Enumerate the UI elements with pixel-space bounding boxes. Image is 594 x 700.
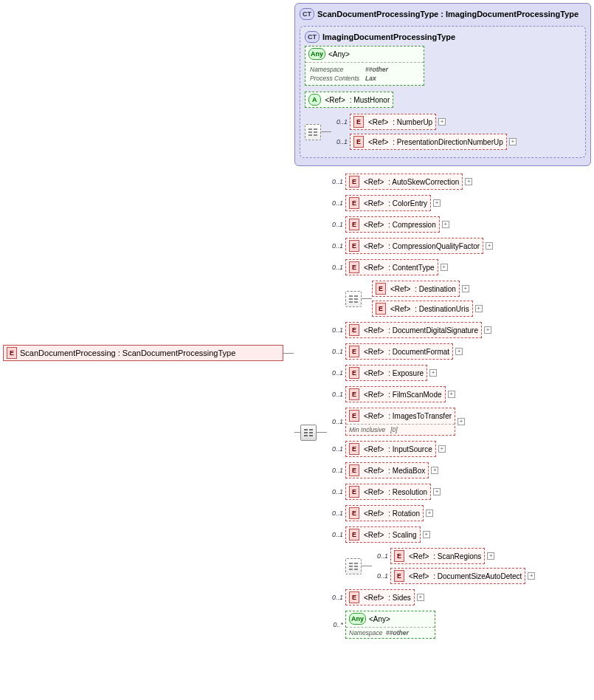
ref-compressionquality[interactable]: 0..1 E<Ref>: CompressionQualityFactor + [327, 238, 535, 254]
main-sequence-row: 0..1 E<Ref>: AutoSkewCorrection + 0..1 E… [294, 174, 591, 639]
ref-colorentry[interactable]: 0..1 E<Ref>: ColorEntry + [327, 195, 535, 211]
expand-icon[interactable]: + [465, 178, 472, 185]
expand-icon[interactable]: + [431, 467, 438, 474]
attr-name: : MustHonor [350, 96, 390, 104]
root-element[interactable]: E ScanDocumentProcessing : ScanDocumentP… [3, 345, 283, 361]
attribute-musthonor[interactable]: A <Ref> : MustHonor [305, 92, 581, 108]
expand-icon[interactable]: + [441, 264, 448, 271]
sequence-icon[interactable] [300, 425, 317, 441]
ref-exposure[interactable]: 0..1 E<Ref>: Exposure + [327, 365, 535, 381]
expand-icon[interactable]: + [426, 509, 433, 517]
expand-icon[interactable]: + [417, 594, 424, 601]
ref-digitalsignature[interactable]: 0..1 E<Ref>: DocumentDigitalSignature + [327, 322, 535, 338]
ref-contenttype[interactable]: 0..1 E<Ref>: ContentType + [327, 259, 535, 275]
inner-frame-title: CT ImagingDocumentProcessingType [305, 31, 581, 46]
expand-icon[interactable]: + [438, 445, 446, 453]
ct-badge: CT [300, 8, 314, 20]
expand-icon[interactable]: + [475, 305, 483, 312]
expand-icon[interactable]: + [462, 285, 469, 292]
ref-numberup[interactable]: 0..1 E <Ref> : NumberUp + [331, 114, 517, 130]
inner-frame-label: ImagingDocumentProcessingType [322, 32, 455, 41]
ref-label: <Ref> [325, 96, 345, 104]
ref-mediabox[interactable]: 0..1 E<Ref>: MediaBox + [327, 462, 535, 478]
any-wildcard[interactable]: Any <Any> Namespace##other Process Conte… [305, 46, 424, 86]
expand-icon[interactable]: + [429, 369, 437, 377]
sequence-icon[interactable] [345, 558, 362, 574]
expand-icon[interactable]: + [442, 221, 449, 228]
expand-icon[interactable]: + [457, 418, 465, 425]
ref-sides[interactable]: 0..1 E<Ref>: Sides + [327, 589, 535, 605]
inner-seq-children: 0..1 E <Ref> : NumberUp + 0..1 [331, 114, 517, 150]
expand-icon[interactable]: + [438, 118, 446, 126]
ref-inputsource[interactable]: 0..1 E<Ref>: InputSource + [327, 441, 535, 457]
any-badge: Any [349, 613, 366, 625]
ref-filmscanmode[interactable]: 0..1 E<Ref>: FilmScanMode + [327, 386, 535, 402]
ref-presentationdirection[interactable]: 0..1 E <Ref> : PresentationDirectionNumb… [331, 134, 517, 150]
ref-scanregions[interactable]: 0..1 E<Ref>: ScanRegions + [372, 548, 535, 564]
destination-choice: E<Ref>: Destination + E<Ref>: Destinatio… [327, 281, 535, 317]
expand-icon[interactable]: + [423, 531, 430, 538]
any-label: <Any> [328, 50, 350, 58]
root-label: ScanDocumentProcessing : ScanDocumentPro… [20, 349, 235, 357]
element-badge: E [7, 347, 17, 359]
main-children: 0..1 E<Ref>: AutoSkewCorrection + 0..1 E… [327, 174, 535, 639]
expand-icon[interactable]: + [487, 552, 494, 560]
outer-type-frame: CT ScanDocumentProcessingType : ImagingD… [294, 3, 591, 166]
expand-icon[interactable]: + [448, 391, 455, 398]
ref-compression[interactable]: 0..1 E<Ref>: Compression + [327, 216, 535, 233]
ref-imagestotransfer[interactable]: 0..1 E <Ref> : ImagesToTransfer Min Incl… [327, 408, 535, 436]
tail-any[interactable]: 0..* Any <Any> Namespace ##other [327, 611, 535, 639]
sequence-icon[interactable] [305, 124, 321, 140]
any-meta: Namespace ##other [346, 627, 435, 638]
ref-resolution[interactable]: 0..1 E<Ref>: Resolution + [327, 484, 535, 500]
connector-line [283, 353, 294, 354]
ref-rotation[interactable]: 0..1 E<Ref>: Rotation + [327, 505, 535, 521]
ref-scaling[interactable]: 0..1 E<Ref>: Scaling + [327, 526, 535, 543]
expand-icon[interactable]: + [486, 242, 493, 250]
inner-type-frame: CT ImagingDocumentProcessingType Any <An… [300, 26, 586, 158]
expand-icon[interactable]: + [455, 348, 463, 355]
ref-documentformat[interactable]: 0..1 E<Ref>: DocumentFormat + [327, 343, 535, 360]
sequence-icon[interactable] [345, 291, 362, 307]
root-column: E ScanDocumentProcessing : ScanDocumentP… [3, 3, 294, 700]
attribute-badge: A [308, 94, 321, 106]
expand-icon[interactable]: + [484, 326, 491, 334]
ref-autoskew[interactable]: 0..1 E<Ref>: AutoSkewCorrection + [327, 174, 535, 190]
inner-sequence-row: 0..1 E <Ref> : NumberUp + 0..1 [305, 114, 581, 150]
ct-badge: CT [305, 31, 320, 43]
right-column: CT ScanDocumentProcessingType : ImagingD… [294, 3, 591, 639]
any-label: <Any> [369, 615, 390, 623]
ref-docsizeautodetect[interactable]: 0..1 E<Ref>: DocumentSizeAutoDetect + [372, 568, 535, 584]
expand-icon[interactable]: + [509, 138, 517, 145]
ref-destinationuris[interactable]: E<Ref>: DestinationUris + [372, 301, 483, 317]
outer-frame-title: CT ScanDocumentProcessingType : ImagingD… [300, 8, 586, 23]
outer-frame-label: ScanDocumentProcessingType : ImagingDocu… [317, 10, 579, 18]
expand-icon[interactable]: + [433, 199, 441, 207]
diagram-root: E ScanDocumentProcessing : ScanDocumentP… [3, 3, 591, 700]
any-badge: Any [308, 48, 325, 60]
scanregion-choice: 0..1 E<Ref>: ScanRegions + 0..1 E<Ref>: … [327, 548, 535, 584]
expand-icon[interactable]: + [528, 572, 535, 580]
ref-destination[interactable]: E<Ref>: Destination + [372, 281, 483, 297]
min-inclusive-meta: Min Inclusive [0] [346, 424, 455, 435]
any-meta: Namespace##other Process ContentsLax [305, 62, 424, 85]
expand-icon[interactable]: + [433, 488, 441, 495]
